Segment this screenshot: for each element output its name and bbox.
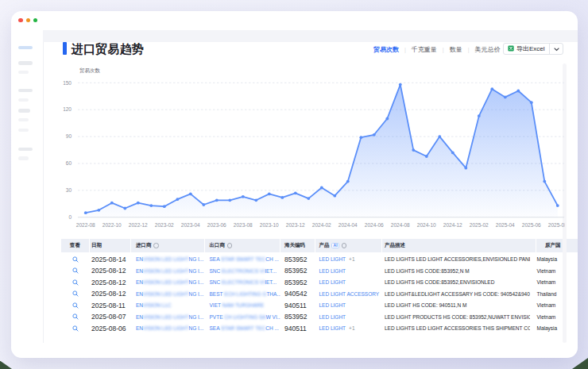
svg-text:2023-10: 2023-10 — [260, 222, 279, 228]
svg-text:2023-08: 2023-08 — [234, 222, 253, 228]
svg-text:60: 60 — [66, 160, 72, 166]
svg-text:2023-06: 2023-06 — [207, 222, 226, 228]
svg-text:2022-12: 2022-12 — [129, 222, 148, 228]
svg-text:2024-02: 2024-02 — [312, 222, 331, 228]
svg-text:30: 30 — [66, 187, 72, 193]
svg-text:2024-04: 2024-04 — [338, 222, 358, 228]
svg-text:2022-10: 2022-10 — [103, 222, 122, 228]
svg-text:2024-12: 2024-12 — [443, 222, 462, 228]
svg-text:90: 90 — [66, 133, 72, 139]
svg-text:2024-08: 2024-08 — [391, 222, 410, 228]
svg-text:150: 150 — [63, 80, 72, 86]
svg-text:2022-08: 2022-08 — [76, 222, 95, 228]
svg-text:2023-02: 2023-02 — [155, 222, 174, 228]
svg-text:120: 120 — [63, 106, 72, 112]
svg-text:2025-04: 2025-04 — [496, 222, 515, 228]
svg-text:2025-08: 2025-08 — [548, 222, 567, 228]
svg-text:2024-10: 2024-10 — [417, 222, 436, 228]
svg-text:2023-12: 2023-12 — [286, 222, 305, 228]
svg-text:2024-06: 2024-06 — [365, 222, 384, 228]
svg-text:2023-04: 2023-04 — [181, 222, 200, 228]
svg-text:2025-06: 2025-06 — [522, 222, 541, 228]
svg-text:0: 0 — [68, 214, 72, 220]
svg-text:2025-02: 2025-02 — [470, 222, 489, 228]
